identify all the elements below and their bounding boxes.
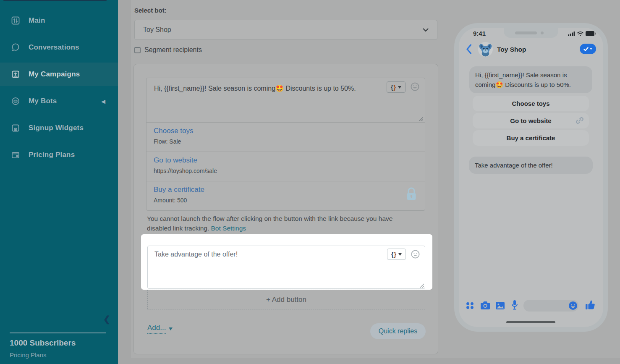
camera-icon[interactable] (481, 301, 490, 309)
sidebar-collapse-chevron[interactable]: ❮ (103, 314, 110, 324)
chevron-down-icon (423, 28, 429, 32)
add-more-label: Add... (147, 324, 166, 334)
subscriber-count: 1000 Subscribers (10, 338, 76, 348)
segment-recipients-row: Segment recipients (134, 46, 202, 54)
phone-camera-dot (541, 31, 544, 34)
resize-handle[interactable] (419, 116, 423, 121)
highlighted-message-text: Take advantage of the offer! (154, 251, 238, 258)
apps-grid-icon[interactable] (466, 302, 474, 309)
brace-open: { (391, 84, 393, 91)
bot-avatar (478, 42, 493, 57)
message-button-row: Buy a certificate Amount: 500 (146, 181, 425, 210)
bot-settings-link[interactable]: Bot Settings (211, 225, 246, 232)
caret-down-icon (590, 48, 592, 50)
check-icon (583, 47, 589, 51)
battery-icon (586, 31, 596, 36)
button-subtitle: https://toyshop.com/sale (154, 168, 425, 174)
sent-status-button[interactable] (580, 44, 596, 54)
caret-down-icon (398, 86, 401, 89)
insert-variable-button[interactable]: {} (387, 81, 405, 93)
button-title-link[interactable]: Choose toys (154, 127, 425, 135)
message-text: Hi, {{first_name}}! Sale season is comin… (154, 83, 374, 94)
insert-variable-button[interactable]: {} (387, 249, 406, 260)
chat-quick-button[interactable]: Choose toys (473, 96, 589, 111)
sidebar-item-my-campaigns[interactable]: My Campaigns (0, 63, 118, 86)
link-icon (576, 117, 583, 124)
wallet-icon (11, 151, 20, 159)
brace-close: } (394, 84, 396, 91)
brace-open: { (391, 251, 393, 258)
sidebar-item-conversations[interactable]: Conversations (0, 36, 118, 59)
home-indicator[interactable] (506, 321, 555, 323)
pricing-plans-link[interactable]: Pricing Plans (10, 351, 47, 359)
message-textarea[interactable]: Hi, {{first_name}}! Sale season is comin… (146, 78, 425, 122)
photo-icon[interactable] (496, 302, 505, 309)
chat-message-bubble: Take advantage of the offer! (469, 157, 593, 174)
message-button-row: Choose toys Flow: Sale (146, 122, 425, 152)
phone-speaker (515, 31, 537, 34)
stitch-avatar-image (478, 42, 493, 57)
thumbs-up-icon[interactable] (586, 300, 595, 310)
sidebar-item-main[interactable]: Main (0, 9, 118, 32)
widget-plus-icon (11, 124, 20, 132)
chat-quick-button-label: Go to website (510, 117, 551, 124)
emoji-smiley-icon[interactable] (569, 301, 577, 310)
segment-recipients-label: Segment recipients (144, 46, 202, 54)
chat-bubble-icon (11, 43, 20, 52)
message-card: Hi, {{first_name}}! Sale season is comin… (146, 78, 425, 211)
status-bar-time: 9:41 (473, 30, 486, 37)
quick-replies-button[interactable]: Quick replies (370, 323, 426, 339)
campaign-upload-icon (11, 70, 20, 79)
sidebar-item-label: Conversations (29, 43, 79, 52)
message-button-row: Go to website https://toyshop.com/sale (146, 152, 425, 181)
sidebar-item-label: My Campaigns (29, 70, 80, 79)
link-tracking-warning: You cannot launch the flow after clickin… (147, 214, 416, 233)
resize-handle[interactable] (419, 283, 424, 288)
chevron-left-icon: ◀ (101, 98, 105, 105)
sidebar-item-pricing-plans[interactable]: Pricing Plans (0, 143, 118, 167)
warning-text: You cannot launch the flow after clickin… (147, 215, 392, 232)
sidebar-item-label: Main (29, 16, 45, 25)
button-title-link[interactable]: Buy a certificate (154, 186, 425, 194)
page: Main Conversations My Campaigns My Bots … (0, 0, 620, 364)
chat-quick-button[interactable]: Go to website (473, 113, 589, 128)
chat-quick-button[interactable]: Buy a certificate (473, 130, 589, 146)
button-title-link[interactable]: Go to website (154, 156, 425, 165)
microphone-icon[interactable] (512, 300, 518, 310)
emoji-picker-icon[interactable] (411, 82, 419, 91)
sidebar-item-label: My Bots (29, 97, 57, 105)
add-more-dropdown[interactable]: Add... (147, 324, 173, 334)
sidebar-item-signup-widgets[interactable]: Signup Widgets (0, 116, 118, 140)
brace-close: } (394, 251, 396, 258)
sliders-icon (11, 16, 20, 25)
back-chevron-icon[interactable] (466, 44, 472, 54)
sidebar: Main Conversations My Campaigns My Bots … (0, 0, 118, 364)
button-subtitle: Flow: Sale (154, 138, 425, 145)
sidebar-item-label: Signup Widgets (29, 124, 84, 132)
chat-message-bubble: Hi, {{first_name}}! Sale season is comin… (469, 66, 592, 93)
status-bar-icons (568, 31, 596, 36)
wifi-icon (577, 31, 583, 36)
cellular-signal-icon (568, 31, 575, 36)
bot-icon (11, 97, 20, 105)
emoji-picker-icon[interactable] (411, 250, 420, 259)
segment-recipients-checkbox[interactable] (134, 47, 141, 53)
select-bot-label: Select bot: (134, 7, 167, 14)
sidebar-item-my-bots[interactable]: My Bots ◀ (0, 89, 118, 113)
caret-down-icon (169, 327, 173, 330)
caret-down-icon (398, 253, 402, 256)
sidebar-item-label: Pricing Plans (29, 151, 75, 159)
button-subtitle: Amount: 500 (154, 197, 425, 204)
sidebar-logo-edge (3, 0, 107, 1)
lock-icon (406, 187, 416, 201)
add-button-area[interactable]: + Add button (147, 290, 425, 309)
sidebar-divider (10, 333, 106, 333)
bot-select[interactable]: Toy Shop (134, 20, 437, 40)
phone-chat-title: Toy Shop (497, 46, 526, 53)
selected-bot-value: Toy Shop (143, 26, 171, 34)
